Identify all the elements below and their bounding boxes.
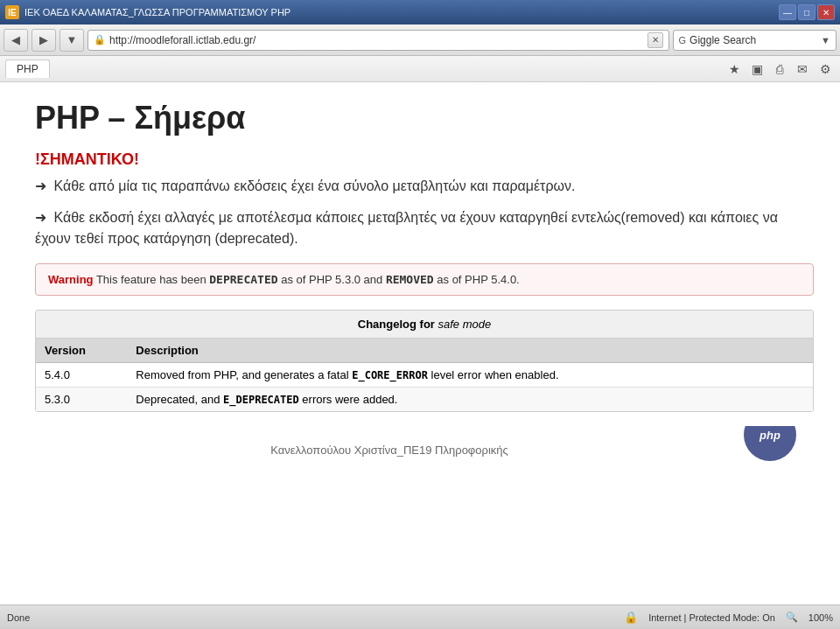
arrow-icon-1: ➜	[35, 178, 46, 193]
changelog-table: Version Description 5.4.0 Removed from P…	[36, 339, 813, 411]
changelog-header: Changelog for safe mode	[36, 311, 813, 339]
table-row: 5.3.0 Deprecated, and E_DEPRECATED error…	[36, 388, 813, 412]
nav-bar: ◀ ▶ ▼ 🔒 http://moodleforall.ictlab.edu.g…	[0, 24, 840, 56]
close-button[interactable]: ✕	[817, 4, 835, 20]
desc-540-code: E_CORE_ERROR	[352, 369, 428, 381]
search-logo: G	[679, 35, 687, 45]
address-text: http://moodleforall.ictlab.edu.gr/	[109, 34, 644, 46]
print-icon[interactable]: ⎙	[770, 59, 789, 79]
search-dropdown-icon[interactable]: ▼	[821, 35, 830, 45]
window-controls: — □ ✕	[779, 4, 835, 20]
warning-removed: REMOVED	[386, 273, 434, 286]
changelog-container: Changelog for safe mode Version Descript…	[35, 310, 814, 412]
php-logo-text: php	[760, 429, 780, 442]
refresh-stop-button[interactable]: ✕	[648, 32, 663, 48]
minimize-button[interactable]: —	[779, 4, 796, 20]
col-version: Version	[36, 339, 127, 363]
forward-button[interactable]: ▶	[32, 29, 56, 52]
changelog-subject: safe mode	[438, 318, 492, 331]
warning-text-mid: as of PHP 5.3.0 and	[278, 273, 386, 286]
important-label: !ΣΗΜΑΝΤΙΚΟ!	[35, 150, 814, 169]
desc-530-post: errors were added.	[299, 393, 398, 406]
search-input[interactable]	[690, 34, 821, 46]
paragraph-1-text: Κάθε από μία τις παραπάνω εκδόσεις έχει …	[50, 178, 575, 193]
tab-php[interactable]: PHP	[5, 59, 50, 78]
address-buttons: ✕	[648, 32, 663, 48]
window-title: ΙΕΚ ΟΑΕΔ ΚΑΛΑΜΑΤΑΣ_ΓΛΩΣΣΑ ΠΡΟΓΡΑΜΜΑΤΙΣΜΟ…	[24, 7, 779, 17]
desc-540-pre: Removed from PHP, and generates a fatal	[136, 368, 352, 381]
desc-530: Deprecated, and E_DEPRECATED errors were…	[127, 388, 813, 412]
toolbar: PHP ★ ▣ ⎙ ✉ ⚙	[0, 56, 840, 82]
paragraph-2: ➜ Κάθε εκδοσή έχει αλλαγές με αποτέλεσμα…	[35, 207, 814, 249]
desc-540-post: level error when enabled.	[428, 368, 559, 381]
title-bar: IE ΙΕΚ ΟΑΕΔ ΚΑΛΑΜΑΤΑΣ_ΓΛΩΣΣΑ ΠΡΟΓΡΑΜΜΑΤΙ…	[0, 0, 840, 24]
col-description: Description	[127, 339, 813, 363]
version-540: 5.4.0	[36, 363, 127, 388]
star-icon[interactable]: ★	[724, 59, 744, 79]
version-530: 5.3.0	[36, 388, 127, 412]
warning-text-end: as of PHP 5.4.0.	[434, 273, 520, 286]
page-title: PHP – Σήμερα	[35, 100, 814, 136]
warning-text: This feature has been	[94, 273, 210, 286]
desc-530-code: E_DEPRECATED	[223, 394, 299, 406]
feed-icon[interactable]: ▣	[747, 59, 766, 79]
dropdown-button[interactable]: ▼	[60, 29, 84, 52]
footer-credit: Κανελλοπούλου Χριστίνα_ΠΕ19 Πληροφορικής	[35, 444, 814, 457]
address-bar[interactable]: 🔒 http://moodleforall.ictlab.edu.gr/ ✕	[88, 30, 669, 51]
mail-icon[interactable]: ✉	[793, 59, 812, 79]
toolbar-icons: ★ ▣ ⎙ ✉ ⚙	[724, 59, 835, 79]
address-icon: 🔒	[94, 34, 106, 45]
desc-530-pre: Deprecated, and	[136, 393, 223, 406]
paragraph-1: ➜ Κάθε από μία τις παραπάνω εκδόσεις έχε…	[35, 176, 814, 197]
warning-box: Warning This feature has been DEPRECATED…	[35, 263, 814, 296]
search-box[interactable]: G ▼	[673, 30, 836, 51]
changelog-title: Changelog for	[358, 318, 435, 331]
warning-deprecated: DEPRECATED	[209, 273, 277, 286]
arrow-icon-2: ➜	[35, 210, 46, 225]
table-row: 5.4.0 Removed from PHP, and generates a …	[36, 363, 813, 388]
warning-label: Warning	[48, 273, 94, 286]
app-icon: IE	[5, 5, 19, 19]
desc-540: Removed from PHP, and generates a fatal …	[127, 363, 813, 388]
back-button[interactable]: ◀	[4, 29, 28, 52]
paragraph-2-text: Κάθε εκδοσή έχει αλλαγές με αποτέλεσμα κ…	[35, 210, 778, 246]
browser-content: PHP – Σήμερα !ΣΗΜΑΝΤΙΚΟ! ➜ Κάθε από μία …	[0, 82, 840, 605]
maximize-button[interactable]: □	[798, 4, 816, 20]
settings-icon[interactable]: ⚙	[816, 59, 835, 79]
